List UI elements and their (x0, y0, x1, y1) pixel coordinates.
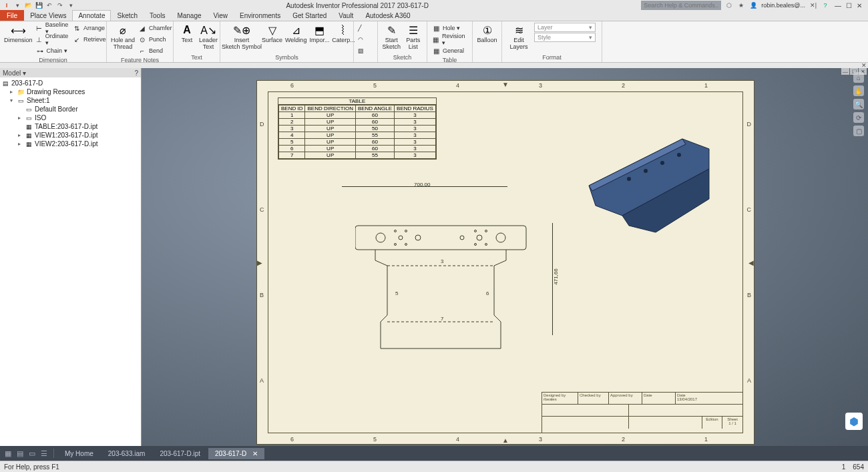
open-icon[interactable]: 📂 (24, 1, 32, 9)
expand-icon[interactable]: ▸ (16, 115, 23, 121)
drawing-sheet[interactable]: 654321 654321 DCBA DCBA ▼ ▲ ▶ ◀ TABLE BE… (256, 80, 754, 445)
doc-tab-active[interactable]: 203-617-D ✕ (208, 448, 264, 459)
retrieve-button[interactable]: ↙Retrieve (72, 34, 106, 45)
edit-layers-button[interactable]: ≋Edit Layers (506, 23, 531, 51)
tree-node[interactable]: ▸▦VIEW1:203-617-D.ipt (1, 131, 140, 140)
start-sketch-button[interactable]: ✎Start Sketch (382, 23, 401, 51)
bend-table[interactable]: TABLE BEND IDBEND DIRECTIONBEND ANGLEBEN… (278, 97, 437, 160)
tile-icon[interactable]: ▦ (3, 448, 13, 459)
table-row[interactable]: 4UP553 (279, 132, 436, 139)
table-row[interactable]: 2UP603 (279, 119, 436, 126)
punch-button[interactable]: ⊙Punch (138, 34, 172, 45)
table-row[interactable]: 1UP603 (279, 112, 436, 119)
layer-combo[interactable]: Layer▾ (534, 23, 596, 32)
tabs-icon[interactable]: ▭ (27, 448, 37, 459)
inventor-icon[interactable]: I (3, 1, 11, 9)
title-block[interactable]: Designed byrbeales Checked by Approved b… (541, 392, 743, 433)
table-row[interactable]: 5UP603 (279, 139, 436, 146)
help-icon[interactable]: ? (134, 69, 138, 77)
doc-tab[interactable]: 203-633.iam (101, 448, 152, 459)
minimize-button[interactable]: — (833, 1, 843, 10)
dim-height[interactable]: 471,66 (553, 268, 559, 284)
tree-root[interactable]: ▤203-617-D (1, 79, 140, 87)
tree-node[interactable]: ▦TABLE:203-617-D.ipt (1, 122, 140, 131)
cascade-icon[interactable]: ▤ (15, 448, 25, 459)
my-home-tab[interactable]: My Home (58, 448, 100, 459)
ordinate-button[interactable]: ⊥Ordinate ▾ (35, 34, 70, 45)
arc-tool-icon[interactable]: ◠ (358, 34, 364, 45)
line-tool-icon[interactable]: ╱ (358, 23, 364, 33)
home-view-icon[interactable]: ⌂ (853, 72, 864, 83)
close-icon[interactable]: ✕ (252, 450, 258, 457)
new-file-icon[interactable]: ▾ (13, 1, 21, 9)
expand-icon[interactable]: ▸ (8, 89, 15, 95)
general-button[interactable]: ▦General (431, 45, 468, 56)
canvas-minimize-button[interactable]: — (841, 68, 849, 75)
expand-icon[interactable]: ▾ (8, 97, 15, 103)
hole-thread-button[interactable]: ⌀ Hole and Thread (111, 23, 135, 51)
fill-tool-icon[interactable]: ▨ (358, 45, 364, 56)
balloon-button[interactable]: ①Balloon (477, 23, 497, 44)
help-icon[interactable]: ? (821, 1, 829, 9)
undo-icon[interactable]: ↶ (45, 1, 53, 9)
drawing-canvas[interactable]: — ☐ ✕ ⌂ ✋ 🔍 ⟳ ▢ 654321 654321 DCBA DCBA … (142, 68, 868, 446)
style-combo[interactable]: Style▾ (534, 33, 596, 42)
maximize-button[interactable]: ☐ (844, 1, 853, 10)
tab-vault[interactable]: Vault (333, 10, 359, 21)
save-icon[interactable]: 💾 (35, 1, 43, 9)
tree-node[interactable]: ▭Default Border (1, 105, 140, 113)
pan-icon[interactable]: ✋ (853, 85, 864, 96)
revision-button[interactable]: ▦Revision ▾ (431, 34, 468, 45)
qat-more-icon[interactable]: ▾ (67, 1, 75, 9)
insert-symbol-button[interactable]: ✎⊕Insert Sketch Symbol (224, 23, 259, 51)
surface-button[interactable]: ▽Surface (262, 23, 282, 44)
signin-icon[interactable]: ⬡ (725, 1, 733, 9)
dimension-button[interactable]: ⟷ Dimension (4, 23, 33, 44)
caterp-button[interactable]: ⦚Caterp... (332, 23, 355, 44)
baseline-button[interactable]: ⊢Baseline ▾ (35, 23, 70, 33)
table-row[interactable]: 6UP603 (279, 146, 436, 152)
chamfer-button[interactable]: ◢Chamfer (138, 23, 172, 33)
list-icon[interactable]: ☰ (39, 448, 49, 459)
file-tab[interactable]: File (0, 10, 24, 21)
tree-node[interactable]: ▸▦VIEW2:203-617-D.ipt (1, 140, 140, 148)
close-button[interactable]: ✕ (855, 1, 864, 10)
table-row[interactable]: 7UP553 (279, 152, 436, 159)
leader-text-button[interactable]: A↘Leader Text (199, 23, 218, 51)
expand-icon[interactable]: ▸ (16, 132, 23, 138)
text-button[interactable]: AText (178, 23, 196, 44)
cube-logo-icon[interactable]: ⬢ (845, 413, 863, 430)
import-button[interactable]: ⬒Impor... (309, 23, 329, 44)
tree-node[interactable]: ▸▭ISO (1, 113, 140, 122)
hole-table-button[interactable]: ▦Hole ▾ (431, 23, 468, 33)
redo-icon[interactable]: ↷ (56, 1, 64, 9)
tree-node[interactable]: ▾▭Sheet:1 (1, 96, 140, 105)
tab-environments[interactable]: Environments (234, 10, 286, 21)
expand-icon[interactable]: ▸ (16, 141, 23, 147)
tab-sketch[interactable]: Sketch (111, 10, 144, 21)
doc-tab[interactable]: 203-617-D.ipt (153, 448, 207, 459)
parts-list-button[interactable]: ☰Parts List (404, 23, 423, 51)
isometric-view[interactable] (582, 119, 716, 252)
welding-button[interactable]: ⊿Welding (285, 23, 306, 44)
chain-button[interactable]: ⊶Chain ▾ (35, 45, 70, 56)
tab-annotate[interactable]: Annotate (72, 10, 111, 21)
browser-header[interactable]: Model ▾ ? (0, 68, 141, 77)
tree-node[interactable]: ▸📁Drawing Resources (1, 87, 140, 96)
user-icon[interactable]: 👤 (749, 1, 757, 9)
star-icon[interactable]: ★ (737, 1, 745, 9)
tab-manage[interactable]: Manage (171, 10, 207, 21)
bend-button[interactable]: ⌐Bend (138, 45, 172, 56)
arrange-button[interactable]: ⇅Arrange (72, 23, 106, 33)
tab-tools[interactable]: Tools (144, 10, 171, 21)
orbit-icon[interactable]: ⟳ (853, 112, 864, 123)
tab-get-started[interactable]: Get Started (286, 10, 333, 21)
zoom-icon[interactable]: 🔍 (853, 99, 864, 109)
tab-view[interactable]: View (208, 10, 234, 21)
exchange-icon[interactable]: ✕| (809, 1, 817, 9)
search-input[interactable] (641, 1, 721, 10)
user-name[interactable]: robin.beales@... (761, 2, 805, 9)
table-row[interactable]: 3UP503 (279, 126, 436, 132)
flat-pattern-view[interactable]: 3 5 6 7 (355, 222, 542, 382)
tab-a360[interactable]: Autodesk A360 (359, 10, 416, 21)
